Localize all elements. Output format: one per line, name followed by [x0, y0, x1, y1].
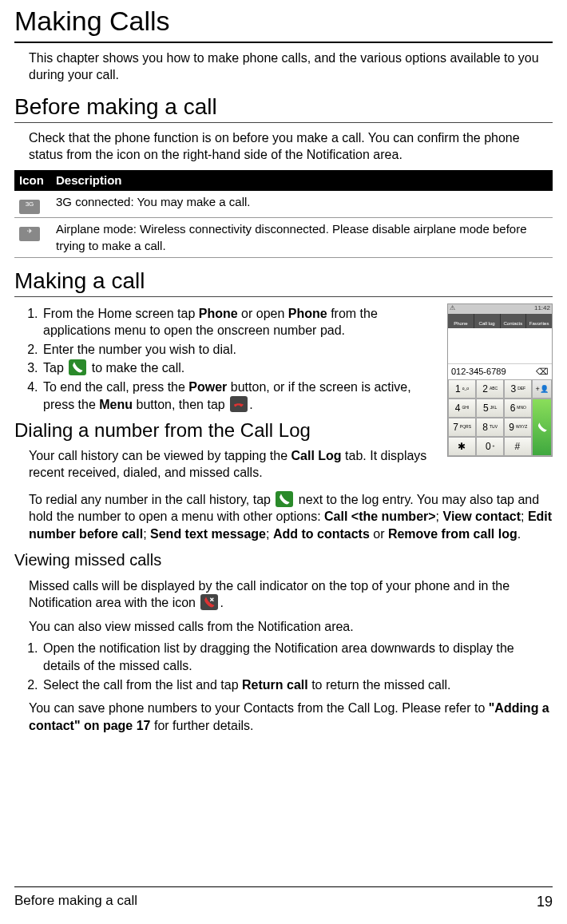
key-8[interactable]: 8TUV — [476, 418, 504, 437]
key-hash[interactable]: # — [504, 437, 532, 456]
key-9[interactable]: 9WXYZ — [504, 418, 532, 437]
dialed-number-field[interactable]: 012-345-6789 ⌫ — [448, 363, 552, 379]
keypad: 1o_o 2ABC 3DEF +👤 4GHI 5JKL 6MNO 7PQRS 8… — [448, 379, 552, 456]
missed-p3: You can save phone numbers to your Conta… — [29, 700, 553, 734]
airplane-icon: ✈ — [19, 227, 40, 241]
status-left: ⚠ — [450, 304, 455, 314]
missed-step-2: Select the call from the list and tap Re… — [42, 676, 553, 694]
phone-screenshot: ⚠ 11:42 Phone Call log Contacts Favorite… — [447, 303, 553, 457]
section-before-title: Before making a call — [14, 92, 553, 123]
tab-calllog[interactable]: Call log — [474, 314, 501, 328]
page-footer: Before making a call 19 — [14, 886, 553, 911]
key-6[interactable]: 6MNO — [504, 399, 532, 418]
row2-desc: Airplane mode: Wireless connectivity dis… — [51, 218, 553, 258]
tab-phone[interactable]: Phone — [448, 314, 474, 328]
backspace-icon[interactable]: ⌫ — [536, 366, 549, 378]
missed-step-1: Open the notification list by dragging t… — [42, 640, 553, 674]
3g-icon: 3G — [19, 200, 40, 214]
key-4[interactable]: 4GHI — [448, 399, 476, 418]
section-missed-title: Viewing missed calls — [14, 549, 553, 571]
key-1[interactable]: 1o_o — [448, 379, 476, 399]
call-icon — [276, 491, 293, 507]
intro-paragraph: This chapter shows you how to make phone… — [29, 50, 553, 84]
end-call-icon — [230, 396, 248, 412]
missed-call-icon — [200, 594, 218, 610]
key-3[interactable]: 3DEF — [504, 379, 532, 399]
section-making-title: Making a call — [14, 266, 553, 297]
key-add-contact[interactable]: +👤 — [532, 379, 552, 399]
missed-steps: Open the notification list by dragging t… — [42, 640, 553, 693]
footer-section: Before making a call — [14, 892, 137, 911]
table-row: ✈ Airplane mode: Wireless connectivity d… — [14, 218, 553, 258]
dialed-number: 012-345-6789 — [451, 366, 506, 378]
key-call[interactable] — [532, 399, 552, 456]
missed-p1: Missed calls will be displayed by the ca… — [29, 577, 553, 612]
key-5[interactable]: 5JKL — [476, 399, 504, 418]
status-time: 11:42 — [534, 304, 550, 314]
key-2[interactable]: 2ABC — [476, 379, 504, 399]
table-header-icon: Icon — [14, 170, 51, 191]
missed-p2: You can also view missed calls from the … — [29, 618, 553, 636]
key-7[interactable]: 7PQRS — [448, 418, 476, 437]
phone-status-bar: ⚠ 11:42 — [448, 304, 552, 314]
call-icon — [537, 422, 548, 433]
before-body: Check that the phone function is on befo… — [29, 129, 553, 164]
table-row: 3G 3G connected: You may make a call. — [14, 191, 553, 218]
key-star[interactable]: ✱ — [448, 437, 476, 456]
tab-favorites[interactable]: Favorites — [526, 314, 552, 328]
icon-description-table: Icon Description 3G 3G connected: You ma… — [14, 170, 553, 258]
table-header-description: Description — [51, 170, 553, 191]
row1-desc: 3G connected: You may make a call. — [51, 191, 553, 218]
key-0[interactable]: 0+ — [476, 437, 504, 456]
phone-tabs: Phone Call log Contacts Favorites — [448, 314, 552, 328]
calllog-p2: To redial any number in the call history… — [29, 491, 553, 543]
chapter-title: Making Calls — [14, 3, 553, 43]
page-number: 19 — [537, 892, 553, 911]
phone-display-blank — [448, 328, 552, 363]
call-icon — [69, 359, 86, 375]
tab-contacts[interactable]: Contacts — [501, 314, 527, 328]
